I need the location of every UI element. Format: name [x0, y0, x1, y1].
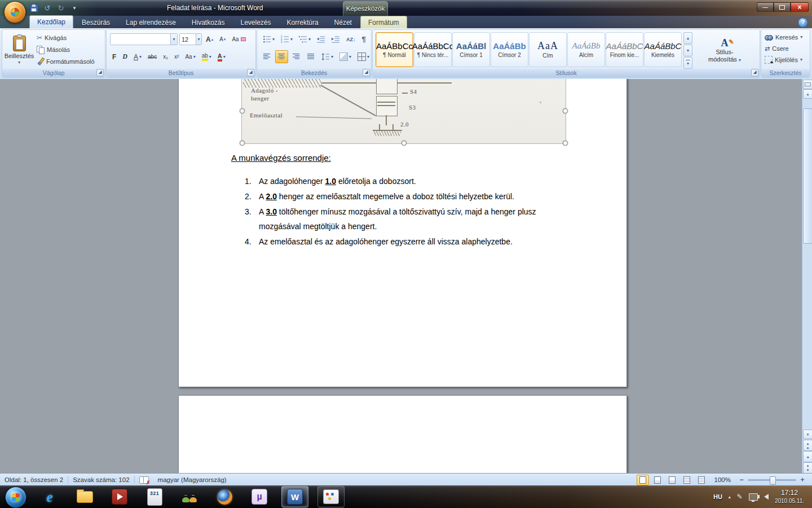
- font-size-combo[interactable]: ▾: [179, 33, 202, 45]
- resize-handle-bottom-right[interactable]: [563, 141, 568, 146]
- start-button[interactable]: [5, 487, 27, 508]
- help-button[interactable]: ?: [798, 17, 808, 28]
- tab-beszuras[interactable]: Beszúrás: [74, 16, 117, 28]
- style-no-spacing[interactable]: AaÁáBbCc ¶ Nincs tér...: [414, 32, 452, 67]
- draft-view-button[interactable]: [695, 475, 708, 485]
- text-highlight-button[interactable]: ab▾: [200, 50, 214, 63]
- gallery-scroll-down-button[interactable]: ▾: [683, 45, 692, 56]
- multilevel-list-button[interactable]: ▾: [297, 33, 313, 46]
- style-title[interactable]: AaA Cím: [529, 32, 567, 67]
- taskbar-word[interactable]: W: [281, 486, 308, 507]
- word-count[interactable]: Szavak száma: 102: [68, 476, 134, 483]
- numbering-button[interactable]: 123 ▾: [279, 33, 295, 46]
- save-button[interactable]: [28, 3, 39, 13]
- scroll-down-button[interactable]: ▾: [803, 430, 812, 439]
- tab-nezet[interactable]: Nézet: [327, 16, 359, 28]
- taskbar-calculator[interactable]: 321: [142, 487, 167, 507]
- vertical-scrollbar[interactable]: ▴ ▾ ▴▴ ● ▾▾: [802, 79, 812, 473]
- show-paragraph-marks-button[interactable]: ¶: [360, 33, 368, 46]
- tab-hivatkozas[interactable]: Hivatkozás: [184, 16, 232, 28]
- style-subtitle[interactable]: AaÁáBb Alcím: [567, 32, 605, 67]
- change-styles-button[interactable]: A✎ Stílus- módosítás ▾: [695, 32, 754, 68]
- zoom-in-button[interactable]: +: [798, 476, 806, 484]
- clock[interactable]: 17:12 2010.05.11.: [775, 488, 804, 506]
- ruler-toggle-button[interactable]: [803, 80, 812, 89]
- tab-korrektura[interactable]: Korrektúra: [280, 16, 326, 28]
- taskbar-internet-explorer[interactable]: e: [37, 487, 63, 507]
- next-page-button[interactable]: ▾▾: [803, 462, 812, 473]
- align-left-button[interactable]: [261, 50, 273, 63]
- print-layout-view-button[interactable]: [637, 475, 649, 485]
- line-spacing-button[interactable]: ▾: [319, 50, 336, 63]
- style-heading2[interactable]: AaÁáBb Címsor 2: [491, 32, 528, 67]
- tab-lap-elrendezese[interactable]: Lap elrendezése: [118, 16, 183, 28]
- hidden-icons-button[interactable]: ▴: [729, 494, 731, 500]
- taskbar-purple-app[interactable]: µ: [246, 487, 272, 507]
- resize-handle-right[interactable]: [563, 108, 568, 113]
- bullets-button[interactable]: ▾: [261, 33, 277, 46]
- cut-button[interactable]: ✂ Kivágás: [35, 32, 96, 43]
- page-2[interactable]: [178, 395, 627, 473]
- justify-button[interactable]: [304, 50, 317, 63]
- style-heading1[interactable]: AaÁáBl Címsor 1: [452, 32, 490, 67]
- minimize-button[interactable]: —: [757, 2, 774, 12]
- taskbar-media-player[interactable]: [107, 487, 133, 507]
- style-subtle-emphasis[interactable]: AaÁáBbC Finom kie...: [606, 32, 643, 67]
- select-button[interactable]: Kijelölés ▾: [764, 55, 804, 65]
- paste-button[interactable]: Beillesztés ▾: [5, 32, 33, 68]
- taskbar-paint[interactable]: [317, 486, 345, 507]
- format-painter-button[interactable]: Formátummásoló: [35, 56, 96, 67]
- document-area[interactable]: Adagoló - henger Emelőasztal S4 S3 2.0 A…: [0, 79, 812, 473]
- undo-button[interactable]: ↺: [42, 3, 53, 13]
- italic-button[interactable]: D: [120, 50, 130, 63]
- resize-handle-bottom-left[interactable]: [240, 141, 245, 146]
- language-bar[interactable]: HU: [713, 493, 722, 500]
- copy-button[interactable]: Másolás: [35, 44, 96, 55]
- taskbar-firefox[interactable]: [211, 487, 237, 507]
- zoom-slider-thumb[interactable]: [770, 476, 776, 485]
- align-right-button[interactable]: [290, 50, 303, 63]
- page-indicator[interactable]: Oldal: 1, összesen 2: [0, 476, 68, 483]
- volume-icon[interactable]: [764, 494, 769, 500]
- zoom-slider[interactable]: [748, 479, 796, 481]
- superscript-button[interactable]: x²: [172, 50, 181, 63]
- spellcheck-status[interactable]: [135, 476, 153, 483]
- strikethrough-button[interactable]: abc: [145, 50, 159, 63]
- resize-handle-bottom-center[interactable]: [401, 141, 407, 146]
- underline-button[interactable]: A▾: [131, 50, 144, 63]
- close-button[interactable]: ×: [791, 2, 809, 12]
- sort-button[interactable]: AZ↓: [344, 33, 358, 46]
- scroll-up-button[interactable]: ▴: [803, 89, 812, 99]
- dialog-launcher-icon[interactable]: ◢: [751, 69, 758, 76]
- resize-handle-left[interactable]: [240, 108, 245, 113]
- dialog-launcher-icon[interactable]: ◢: [363, 69, 370, 76]
- find-button[interactable]: Keresés ▾: [764, 32, 804, 42]
- shrink-font-button[interactable]: A▾: [217, 33, 228, 46]
- gallery-scroll-up-button[interactable]: ▴: [683, 32, 692, 44]
- grow-font-button[interactable]: A▴: [204, 33, 215, 46]
- tab-kezdolap[interactable]: Kezdőlap: [29, 15, 73, 28]
- scrollbar-thumb[interactable]: [803, 108, 812, 244]
- taskbar-messenger[interactable]: [176, 487, 202, 507]
- redo-button[interactable]: ↻: [55, 3, 67, 13]
- change-case-button[interactable]: Aa▾: [183, 50, 197, 63]
- clear-formatting-button[interactable]: Aa: [230, 33, 248, 46]
- previous-page-button[interactable]: ▴▴: [803, 440, 812, 451]
- office-button[interactable]: [4, 1, 26, 23]
- full-screen-view-button[interactable]: [651, 475, 664, 485]
- style-normal[interactable]: AaÁBbCc ¶ Normál: [376, 32, 413, 67]
- tab-levelezes[interactable]: Levelezés: [233, 16, 279, 28]
- zoom-out-button[interactable]: −: [738, 476, 745, 484]
- font-name-combo[interactable]: ▾: [110, 33, 178, 45]
- bold-button[interactable]: F: [110, 50, 118, 63]
- zoom-level[interactable]: 100%: [710, 476, 735, 483]
- restore-button[interactable]: [774, 2, 791, 12]
- pen-tray-icon[interactable]: ✎: [737, 493, 743, 500]
- qat-customize-button[interactable]: ▾: [69, 3, 80, 13]
- dialog-launcher-icon[interactable]: ◢: [96, 69, 104, 76]
- shading-button[interactable]: ▾: [337, 50, 354, 63]
- outline-view-button[interactable]: [681, 475, 693, 485]
- selected-picture[interactable]: Adagoló - henger Emelőasztal S4 S3 2.0: [241, 79, 566, 144]
- replace-button[interactable]: ⇄ Csere: [764, 43, 804, 54]
- web-layout-view-button[interactable]: [666, 475, 678, 485]
